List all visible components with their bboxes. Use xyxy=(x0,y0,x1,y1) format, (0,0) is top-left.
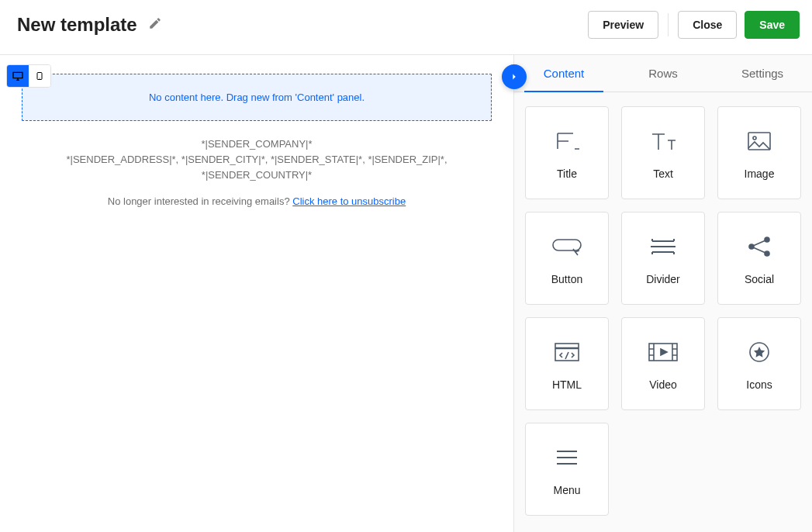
sender-address-line: *|SENDER_ADDRESS|*, *|SENDER_CITY|*, *|S… xyxy=(22,152,492,168)
canvas-area: No content here. Drag new from 'Content'… xyxy=(0,55,513,532)
body: No content here. Drag new from 'Content'… xyxy=(0,55,812,532)
save-button[interactable]: Save xyxy=(745,11,800,39)
video-icon xyxy=(646,337,680,368)
block-social-label: Social xyxy=(745,273,774,285)
unsubscribe-link[interactable]: Click here to unsubscribe xyxy=(292,195,406,207)
block-text-label: Text xyxy=(653,168,673,180)
block-button[interactable]: Button xyxy=(525,212,609,305)
block-menu-label: Menu xyxy=(553,484,580,496)
block-html[interactable]: HTML xyxy=(525,317,609,410)
block-image-label: Image xyxy=(745,168,775,180)
block-video-label: Video xyxy=(649,378,677,391)
tab-content[interactable]: Content xyxy=(514,55,613,92)
button-divider xyxy=(668,13,669,36)
page-title: New template xyxy=(17,14,137,36)
svg-point-3 xyxy=(753,136,756,140)
panel-tabs: Content Rows Settings xyxy=(514,55,812,92)
title-icon xyxy=(551,126,582,157)
block-divider[interactable]: Divider xyxy=(621,212,705,305)
svg-rect-8 xyxy=(555,344,579,361)
empty-drop-zone[interactable]: No content here. Drag new from 'Content'… xyxy=(22,74,492,121)
block-image[interactable]: Image xyxy=(717,106,801,199)
content-blocks-grid: Title Text Image Button xyxy=(514,92,812,530)
block-social[interactable]: Social xyxy=(717,212,801,305)
social-icon xyxy=(745,231,773,262)
mobile-view-button[interactable] xyxy=(29,65,50,87)
side-panel: Content Rows Settings Title Text xyxy=(513,55,812,532)
block-icons[interactable]: Icons xyxy=(717,317,801,410)
block-divider-label: Divider xyxy=(646,273,680,285)
tab-settings[interactable]: Settings xyxy=(713,55,812,92)
svg-point-5 xyxy=(749,244,754,249)
unsubscribe-prefix: No longer interested in receiving emails… xyxy=(108,195,292,207)
header-buttons: Preview Close Save xyxy=(588,11,800,39)
block-title[interactable]: Title xyxy=(525,106,609,199)
icons-icon xyxy=(746,337,772,368)
unsubscribe-line: No longer interested in receiving emails… xyxy=(22,194,492,209)
tab-rows[interactable]: Rows xyxy=(613,55,713,92)
divider-icon xyxy=(648,231,679,262)
footer-block: *|SENDER_COMPANY|* *|SENDER_ADDRESS|*, *… xyxy=(22,136,492,210)
block-video[interactable]: Video xyxy=(621,317,705,410)
svg-point-7 xyxy=(765,251,769,256)
svg-point-6 xyxy=(765,237,769,242)
block-title-label: Title xyxy=(557,168,577,180)
image-icon xyxy=(745,126,773,157)
block-button-label: Button xyxy=(551,273,582,285)
close-button[interactable]: Close xyxy=(678,11,737,39)
button-icon xyxy=(550,231,584,262)
device-switch xyxy=(6,64,51,88)
svg-point-1 xyxy=(40,78,40,79)
block-html-label: HTML xyxy=(552,378,582,391)
title-wrap: New template xyxy=(17,14,162,36)
html-icon xyxy=(551,337,582,368)
text-icon xyxy=(648,126,679,157)
sender-country: *|SENDER_COUNTRY|* xyxy=(22,168,492,183)
sender-company: *|SENDER_COMPANY|* xyxy=(22,136,492,152)
block-text[interactable]: Text xyxy=(621,106,705,199)
menu-icon xyxy=(554,442,580,473)
pencil-icon[interactable] xyxy=(148,16,162,33)
svg-rect-4 xyxy=(553,240,581,250)
preview-button[interactable]: Preview xyxy=(588,11,658,39)
desktop-view-button[interactable] xyxy=(7,65,29,87)
header-bar: New template Preview Close Save xyxy=(0,0,812,55)
block-menu[interactable]: Menu xyxy=(525,423,609,516)
block-icons-label: Icons xyxy=(746,378,772,391)
